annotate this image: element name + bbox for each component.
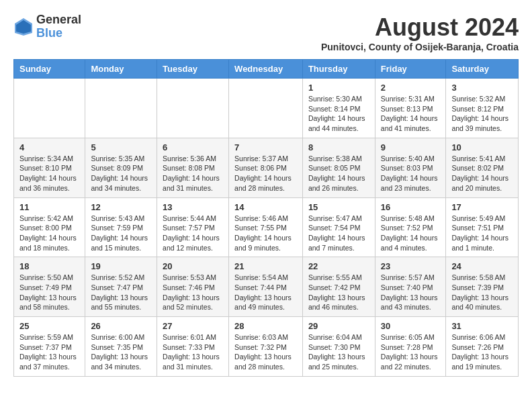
day-info: Sunrise: 5:32 AM Sunset: 8:12 PM Dayligh… (451, 94, 513, 134)
calendar-day-cell: 31Sunrise: 6:06 AM Sunset: 7:26 PM Dayli… (446, 317, 519, 377)
day-info: Sunrise: 6:01 AM Sunset: 7:33 PM Dayligh… (163, 332, 223, 372)
calendar-day-cell: 22Sunrise: 5:55 AM Sunset: 7:42 PM Dayli… (302, 257, 375, 317)
logo-blue-text: Blue (36, 27, 81, 40)
day-number: 18 (19, 261, 79, 271)
calendar-day-cell: 4Sunrise: 5:34 AM Sunset: 8:10 PM Daylig… (14, 138, 85, 197)
day-info: Sunrise: 5:46 AM Sunset: 7:55 PM Dayligh… (234, 214, 297, 253)
day-info: Sunrise: 5:59 AM Sunset: 7:37 PM Dayligh… (19, 332, 79, 372)
day-number: 21 (234, 261, 297, 271)
logo: General Blue (13, 13, 81, 40)
calendar-day-cell: 28Sunrise: 6:03 AM Sunset: 7:32 PM Dayli… (229, 317, 303, 377)
day-info: Sunrise: 6:06 AM Sunset: 7:26 PM Dayligh… (451, 332, 513, 372)
day-number: 12 (91, 202, 151, 212)
calendar-day-cell: 24Sunrise: 5:58 AM Sunset: 7:39 PM Dayli… (446, 257, 519, 317)
calendar-day-cell: 16Sunrise: 5:48 AM Sunset: 7:52 PM Dayli… (375, 197, 446, 257)
day-info: Sunrise: 5:41 AM Sunset: 8:02 PM Dayligh… (451, 154, 513, 193)
calendar-day-cell: 11Sunrise: 5:42 AM Sunset: 8:00 PM Dayli… (14, 197, 85, 257)
day-number: 25 (19, 321, 79, 331)
day-number: 5 (91, 142, 151, 152)
logo-text: General Blue (36, 13, 81, 40)
calendar-day-cell: 9Sunrise: 5:40 AM Sunset: 8:03 PM Daylig… (375, 138, 446, 197)
day-info: Sunrise: 6:00 AM Sunset: 7:35 PM Dayligh… (91, 332, 151, 372)
day-number: 3 (451, 83, 513, 93)
day-info: Sunrise: 5:40 AM Sunset: 8:03 PM Dayligh… (381, 154, 441, 193)
day-info: Sunrise: 5:36 AM Sunset: 8:08 PM Dayligh… (163, 154, 223, 193)
day-number: 4 (19, 142, 79, 152)
day-info: Sunrise: 5:34 AM Sunset: 8:10 PM Dayligh… (19, 154, 79, 193)
day-info: Sunrise: 5:38 AM Sunset: 8:05 PM Dayligh… (308, 154, 369, 193)
calendar-day-cell: 23Sunrise: 5:57 AM Sunset: 7:40 PM Dayli… (375, 257, 446, 317)
logo-icon (13, 17, 34, 37)
title-area: August 2024 Punitovci, County of Osijek-… (321, 13, 519, 52)
logo-general-text: General (36, 13, 81, 27)
day-number: 22 (308, 261, 369, 271)
day-info: Sunrise: 5:30 AM Sunset: 8:14 PM Dayligh… (308, 94, 369, 134)
day-number: 7 (234, 142, 297, 152)
calendar-day-cell: 14Sunrise: 5:46 AM Sunset: 7:55 PM Dayli… (229, 197, 303, 257)
calendar-day-cell: 10Sunrise: 5:41 AM Sunset: 8:02 PM Dayli… (446, 138, 519, 197)
day-of-week-header: Monday (85, 60, 157, 79)
day-number: 8 (308, 142, 369, 152)
day-info: Sunrise: 6:03 AM Sunset: 7:32 PM Dayligh… (234, 332, 297, 372)
calendar-day-cell: 27Sunrise: 6:01 AM Sunset: 7:33 PM Dayli… (157, 317, 229, 377)
day-of-week-header: Thursday (302, 60, 375, 79)
day-of-week-header: Sunday (14, 60, 85, 79)
day-number: 17 (451, 202, 513, 212)
day-number: 20 (163, 261, 223, 271)
calendar-day-cell: 6Sunrise: 5:36 AM Sunset: 8:08 PM Daylig… (157, 138, 229, 197)
day-number: 15 (308, 202, 369, 212)
day-number: 6 (163, 142, 223, 152)
calendar-week-row: 1Sunrise: 5:30 AM Sunset: 8:14 PM Daylig… (14, 79, 519, 138)
calendar-day-cell: 26Sunrise: 6:00 AM Sunset: 7:35 PM Dayli… (85, 317, 157, 377)
calendar-day-cell: 12Sunrise: 5:43 AM Sunset: 7:59 PM Dayli… (85, 197, 157, 257)
day-info: Sunrise: 5:48 AM Sunset: 7:52 PM Dayligh… (381, 214, 441, 253)
day-info: Sunrise: 5:58 AM Sunset: 7:39 PM Dayligh… (451, 273, 513, 312)
calendar-header-row: SundayMondayTuesdayWednesdayThursdayFrid… (14, 60, 519, 79)
calendar-day-cell: 19Sunrise: 5:52 AM Sunset: 7:47 PM Dayli… (85, 257, 157, 317)
calendar-day-cell: 17Sunrise: 5:49 AM Sunset: 7:51 PM Dayli… (446, 197, 519, 257)
day-of-week-header: Wednesday (229, 60, 303, 79)
calendar-day-cell (85, 79, 157, 138)
day-info: Sunrise: 5:53 AM Sunset: 7:46 PM Dayligh… (163, 273, 223, 312)
day-info: Sunrise: 6:05 AM Sunset: 7:28 PM Dayligh… (381, 332, 441, 372)
day-number: 30 (381, 321, 441, 331)
calendar-day-cell: 3Sunrise: 5:32 AM Sunset: 8:12 PM Daylig… (446, 79, 519, 138)
day-info: Sunrise: 5:54 AM Sunset: 7:44 PM Dayligh… (234, 273, 297, 312)
day-of-week-header: Tuesday (157, 60, 229, 79)
calendar-day-cell: 21Sunrise: 5:54 AM Sunset: 7:44 PM Dayli… (229, 257, 303, 317)
day-number: 13 (163, 202, 223, 212)
day-info: Sunrise: 5:50 AM Sunset: 7:49 PM Dayligh… (19, 273, 79, 312)
day-number: 2 (381, 83, 441, 93)
day-number: 23 (381, 261, 441, 271)
day-number: 31 (451, 321, 513, 331)
calendar-day-cell: 2Sunrise: 5:31 AM Sunset: 8:13 PM Daylig… (375, 79, 446, 138)
calendar-day-cell: 7Sunrise: 5:37 AM Sunset: 8:06 PM Daylig… (229, 138, 303, 197)
calendar-day-cell (229, 79, 303, 138)
day-info: Sunrise: 5:42 AM Sunset: 8:00 PM Dayligh… (19, 214, 79, 253)
day-info: Sunrise: 5:55 AM Sunset: 7:42 PM Dayligh… (308, 273, 369, 312)
day-number: 11 (19, 202, 79, 212)
day-number: 28 (234, 321, 297, 331)
day-number: 16 (381, 202, 441, 212)
day-number: 9 (381, 142, 441, 152)
calendar-day-cell: 5Sunrise: 5:35 AM Sunset: 8:09 PM Daylig… (85, 138, 157, 197)
day-info: Sunrise: 5:49 AM Sunset: 7:51 PM Dayligh… (451, 214, 513, 253)
day-info: Sunrise: 6:04 AM Sunset: 7:30 PM Dayligh… (308, 332, 369, 372)
calendar-day-cell (157, 79, 229, 138)
calendar-day-cell: 8Sunrise: 5:38 AM Sunset: 8:05 PM Daylig… (302, 138, 375, 197)
day-info: Sunrise: 5:31 AM Sunset: 8:13 PM Dayligh… (381, 94, 441, 134)
month-year-title: August 2024 (321, 13, 519, 42)
day-number: 1 (308, 83, 369, 93)
page-header: General Blue August 2024 Punitovci, Coun… (13, 13, 519, 52)
day-number: 14 (234, 202, 297, 212)
day-of-week-header: Saturday (446, 60, 519, 79)
calendar-day-cell: 29Sunrise: 6:04 AM Sunset: 7:30 PM Dayli… (302, 317, 375, 377)
calendar-week-row: 4Sunrise: 5:34 AM Sunset: 8:10 PM Daylig… (14, 138, 519, 197)
calendar-week-row: 25Sunrise: 5:59 AM Sunset: 7:37 PM Dayli… (14, 317, 519, 377)
calendar-day-cell: 15Sunrise: 5:47 AM Sunset: 7:54 PM Dayli… (302, 197, 375, 257)
calendar-day-cell (14, 79, 85, 138)
day-info: Sunrise: 5:52 AM Sunset: 7:47 PM Dayligh… (91, 273, 151, 312)
day-info: Sunrise: 5:47 AM Sunset: 7:54 PM Dayligh… (308, 214, 369, 253)
calendar-day-cell: 30Sunrise: 6:05 AM Sunset: 7:28 PM Dayli… (375, 317, 446, 377)
day-number: 27 (163, 321, 223, 331)
